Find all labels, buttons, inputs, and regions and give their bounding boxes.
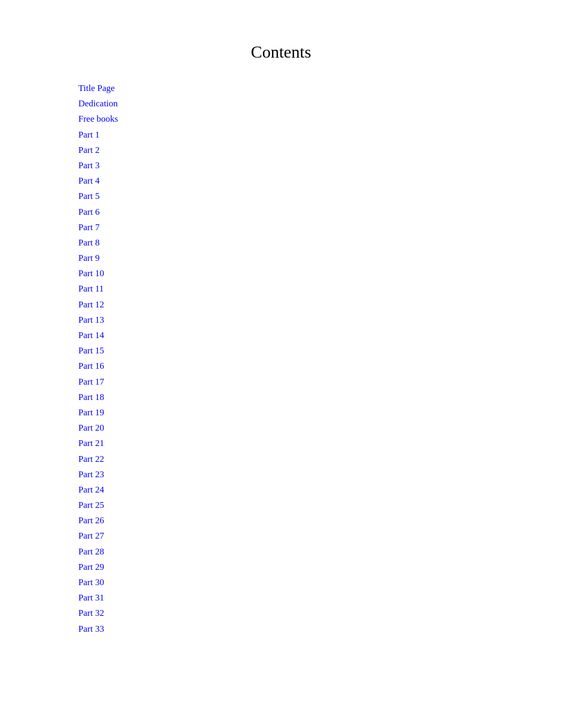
toc-link-part-5[interactable]: Part 5	[78, 191, 99, 201]
toc-link-part-7[interactable]: Part 7	[78, 222, 99, 232]
toc-link-part-32[interactable]: Part 32	[78, 608, 104, 618]
list-item: Part 21	[78, 436, 541, 450]
toc-link-part-29[interactable]: Part 29	[78, 562, 104, 572]
toc-link-part-26[interactable]: Part 26	[78, 515, 104, 525]
list-item: Part 17	[78, 375, 541, 389]
toc-link-part-14[interactable]: Part 14	[78, 330, 104, 340]
toc-link-part-27[interactable]: Part 27	[78, 531, 104, 541]
toc-link-part-16[interactable]: Part 16	[78, 361, 104, 371]
list-item: Part 11	[78, 281, 541, 296]
toc-link-part-17[interactable]: Part 17	[78, 377, 104, 387]
toc-link-part-18[interactable]: Part 18	[78, 392, 104, 402]
toc-link-part-22[interactable]: Part 22	[78, 454, 104, 464]
toc-link-part-30[interactable]: Part 30	[78, 577, 104, 587]
list-item: Part 25	[78, 498, 541, 512]
list-item: Part 14	[78, 328, 541, 342]
toc-link-part-12[interactable]: Part 12	[78, 299, 104, 310]
page-title: Contents	[21, 42, 541, 62]
list-item: Part 31	[78, 590, 541, 605]
toc-link-part-23[interactable]: Part 23	[78, 469, 104, 479]
list-item: Part 15	[78, 343, 541, 358]
toc-link-part-8[interactable]: Part 8	[78, 238, 99, 248]
toc-link-part-4[interactable]: Part 4	[78, 176, 99, 186]
page-container: Contents Title PageDedicationFree booksP…	[0, 0, 562, 728]
toc-link-part-24[interactable]: Part 24	[78, 485, 104, 495]
list-item: Part 6	[78, 205, 541, 219]
list-item: Free books	[78, 112, 541, 126]
list-item: Part 20	[78, 421, 541, 435]
toc-link-part-10[interactable]: Part 10	[78, 268, 104, 278]
toc-link-part-13[interactable]: Part 13	[78, 315, 104, 325]
list-item: Part 28	[78, 544, 541, 559]
list-item: Part 26	[78, 513, 541, 527]
list-item: Part 19	[78, 405, 541, 420]
toc-link-part-6[interactable]: Part 6	[78, 207, 99, 217]
list-item: Part 12	[78, 297, 541, 312]
toc-link-part-1[interactable]: Part 1	[78, 130, 99, 140]
list-item: Part 4	[78, 174, 541, 188]
list-item: Part 32	[78, 606, 541, 620]
toc-link-part-21[interactable]: Part 21	[78, 438, 104, 448]
toc-link-part-20[interactable]: Part 20	[78, 423, 104, 433]
list-item: Part 30	[78, 575, 541, 589]
toc-link-part-19[interactable]: Part 19	[78, 407, 104, 417]
list-item: Part 24	[78, 483, 541, 497]
list-item: Title Page	[78, 81, 541, 95]
toc-link-part-15[interactable]: Part 15	[78, 345, 104, 356]
list-item: Part 33	[78, 622, 541, 636]
list-item: Part 22	[78, 452, 541, 466]
toc-link-part-3[interactable]: Part 3	[78, 160, 99, 170]
toc-link-part-33[interactable]: Part 33	[78, 624, 104, 634]
list-item: Part 27	[78, 529, 541, 543]
list-item: Part 29	[78, 560, 541, 574]
toc-link-part-25[interactable]: Part 25	[78, 500, 104, 510]
list-item: Part 7	[78, 220, 541, 234]
toc-link-part-9[interactable]: Part 9	[78, 253, 99, 263]
list-item: Dedication	[78, 96, 541, 111]
list-item: Part 10	[78, 266, 541, 280]
list-item: Part 3	[78, 158, 541, 172]
list-item: Part 13	[78, 313, 541, 327]
list-item: Part 18	[78, 390, 541, 404]
list-item: Part 2	[78, 143, 541, 157]
toc-link-part-11[interactable]: Part 11	[78, 284, 104, 294]
toc-link-dedication[interactable]: Dedication	[78, 98, 118, 108]
toc-link-part-31[interactable]: Part 31	[78, 593, 104, 603]
list-item: Part 8	[78, 235, 541, 250]
toc-link-free-books[interactable]: Free books	[78, 114, 118, 124]
list-item: Part 23	[78, 467, 541, 481]
toc-link-title-page[interactable]: Title Page	[78, 83, 115, 93]
list-item: Part 16	[78, 359, 541, 373]
toc-list: Title PageDedicationFree booksPart 1Part…	[78, 81, 541, 636]
list-item: Part 9	[78, 251, 541, 265]
list-item: Part 5	[78, 189, 541, 203]
toc-link-part-28[interactable]: Part 28	[78, 547, 104, 557]
toc-link-part-2[interactable]: Part 2	[78, 145, 99, 155]
list-item: Part 1	[78, 128, 541, 142]
